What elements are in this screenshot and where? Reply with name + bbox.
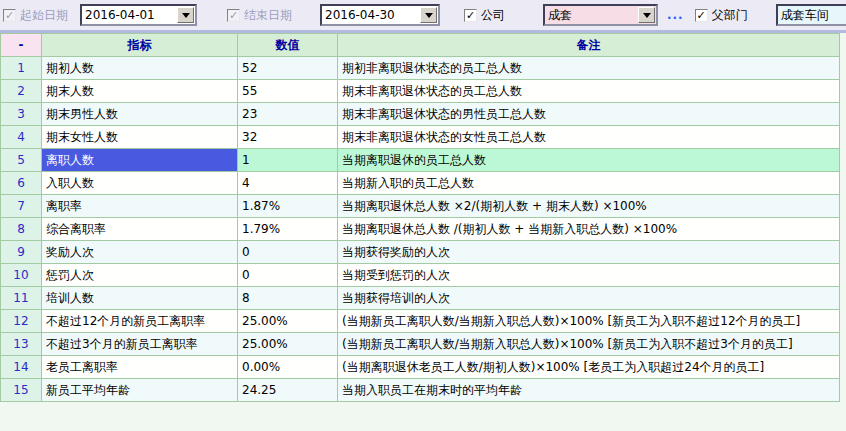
indicator-cell[interactable]: 不超过3个月的新员工离职率 (42, 333, 238, 356)
table-row: 1 期初人数 52 期初非离职退休状态的员工总人数 (1, 57, 840, 80)
value-cell[interactable]: 4 (238, 172, 338, 195)
value-cell[interactable]: 32 (238, 126, 338, 149)
start-date-label: 起始日期 (20, 7, 68, 24)
company-value: 成套 (545, 7, 638, 24)
chevron-down-icon (425, 13, 433, 18)
indicator-cell[interactable]: 期末男性人数 (42, 103, 238, 126)
end-date-checkbox[interactable]: ✓ (227, 9, 240, 22)
value-cell[interactable]: 24.25 (238, 379, 338, 402)
table-row-selected: 5 离职人数 1 当期离职退休的员工总人数 (1, 149, 840, 172)
chevron-down-icon (643, 13, 651, 18)
row-number[interactable]: 3 (1, 103, 42, 126)
table-row: 15 新员工平均年龄 24.25 当期入职员工在期末时的平均年龄 (1, 379, 840, 402)
header-remark: 备注 (338, 34, 840, 57)
start-date-dropdown-button[interactable] (177, 7, 194, 23)
row-number[interactable]: 14 (1, 356, 42, 379)
company-checkbox[interactable]: ✓ (464, 9, 477, 22)
row-number[interactable]: 7 (1, 195, 42, 218)
value-cell[interactable]: 0 (238, 264, 338, 287)
table-row: 14 老员工离职率 0.00% (当期离职退休老员工人数/期初人数)×100% … (1, 356, 840, 379)
indicator-cell[interactable]: 培训人数 (42, 287, 238, 310)
table-row: 11 培训人数 8 当期获得培训的人次 (1, 287, 840, 310)
start-date-combobox[interactable]: 2016-04-01 (80, 4, 197, 26)
remark-cell[interactable]: 当期受到惩罚的人次 (338, 264, 840, 287)
value-cell[interactable]: 25.00% (238, 333, 338, 356)
parent-dept-checkbox[interactable]: ✓ (695, 9, 708, 22)
value-cell[interactable]: 25.00% (238, 310, 338, 333)
more-button[interactable]: ... (667, 8, 684, 22)
table-row: 4 期末女性人数 32 期末非离职退休状态的女性员工总人数 (1, 126, 840, 149)
indicator-cell[interactable]: 老员工离职率 (42, 356, 238, 379)
remark-cell[interactable]: 期末非离职退休状态的员工总人数 (338, 80, 840, 103)
value-cell[interactable]: 8 (238, 287, 338, 310)
remark-cell[interactable]: 当期获得奖励的人次 (338, 241, 840, 264)
indicator-cell[interactable]: 入职人数 (42, 172, 238, 195)
remark-cell[interactable]: 当期离职退休总人数 ×2/(期初人数 + 期末人数) ×100% (338, 195, 840, 218)
filter-toolbar: ✓ 起始日期 2016-04-01 ✓ 结束日期 2016-04-30 ✓ 公司… (0, 0, 846, 33)
row-number[interactable]: 11 (1, 287, 42, 310)
chevron-down-icon (182, 13, 190, 18)
value-cell[interactable]: 0.00% (238, 356, 338, 379)
row-number[interactable]: 6 (1, 172, 42, 195)
value-cell[interactable]: 1.79% (238, 218, 338, 241)
remark-cell[interactable]: (当期新员工离职人数/当期新入职总人数)×100% [新员工为入职不超过3个月的… (338, 333, 840, 356)
remark-cell[interactable]: 期末非离职退休状态的女性员工总人数 (338, 126, 840, 149)
remark-cell[interactable]: 当期获得培训的人次 (338, 287, 840, 310)
remark-cell[interactable]: 当期离职退休的员工总人数 (338, 149, 840, 172)
row-number[interactable]: 10 (1, 264, 42, 287)
table-row: 12 不超过12个月的新员工离职率 25.00% (当期新员工离职人数/当期新入… (1, 310, 840, 333)
value-cell[interactable]: 1.87% (238, 195, 338, 218)
table-row: 3 期末男性人数 23 期末非离职退休状态的男性员工总人数 (1, 103, 840, 126)
end-date-label: 结束日期 (244, 7, 292, 24)
grid-header-row: - 指标 数值 备注 (1, 34, 840, 57)
row-number[interactable]: 8 (1, 218, 42, 241)
value-cell[interactable]: 52 (238, 57, 338, 80)
table-row: 10 惩罚人次 0 当期受到惩罚的人次 (1, 264, 840, 287)
row-number[interactable]: 15 (1, 379, 42, 402)
row-number[interactable]: 13 (1, 333, 42, 356)
remark-cell[interactable]: (当期新员工离职人数/当期新入职总人数)×100% [新员工为入职不超过12个月… (338, 310, 840, 333)
remark-cell[interactable]: 当期入职员工在期末时的平均年龄 (338, 379, 840, 402)
value-cell[interactable]: 1 (238, 149, 338, 172)
end-date-combobox[interactable]: 2016-04-30 (320, 4, 440, 26)
row-number[interactable]: 1 (1, 57, 42, 80)
start-date-value: 2016-04-01 (82, 8, 177, 22)
row-number[interactable]: 12 (1, 310, 42, 333)
indicator-cell[interactable]: 离职率 (42, 195, 238, 218)
indicator-grid: - 指标 数值 备注 1 期初人数 52 期初非离职退休状态的员工总人数 2 期… (0, 33, 846, 402)
indicator-cell[interactable]: 期初人数 (42, 57, 238, 80)
company-dropdown-button[interactable] (638, 7, 655, 23)
indicator-cell[interactable]: 新员工平均年龄 (42, 379, 238, 402)
row-number[interactable]: 2 (1, 80, 42, 103)
table-row: 13 不超过3个月的新员工离职率 25.00% (当期新员工离职人数/当期新入职… (1, 333, 840, 356)
indicator-cell[interactable]: 不超过12个月的新员工离职率 (42, 310, 238, 333)
row-number[interactable]: 9 (1, 241, 42, 264)
indicator-cell[interactable]: 奖励人次 (42, 241, 238, 264)
indicator-cell-selected[interactable]: 离职人数 (42, 149, 238, 172)
table-row: 7 离职率 1.87% 当期离职退休总人数 ×2/(期初人数 + 期末人数) ×… (1, 195, 840, 218)
header-index: - (1, 34, 42, 57)
remark-cell[interactable]: 期初非离职退休状态的员工总人数 (338, 57, 840, 80)
row-number[interactable]: 4 (1, 126, 42, 149)
remark-cell[interactable]: 当期离职退休总人数 /(期初人数 + 当期新入职总人数) ×100% (338, 218, 840, 241)
indicator-cell[interactable]: 综合离职率 (42, 218, 238, 241)
header-indicator: 指标 (42, 34, 238, 57)
parent-dept-input[interactable]: 成套车间 (776, 4, 846, 26)
value-cell[interactable]: 0 (238, 241, 338, 264)
company-label: 公司 (481, 7, 505, 24)
table-row: 2 期末人数 55 期末非离职退休状态的员工总人数 (1, 80, 840, 103)
table-row: 8 综合离职率 1.79% 当期离职退休总人数 /(期初人数 + 当期新入职总人… (1, 218, 840, 241)
remark-cell[interactable]: 期末非离职退休状态的男性员工总人数 (338, 103, 840, 126)
header-value: 数值 (238, 34, 338, 57)
value-cell[interactable]: 55 (238, 80, 338, 103)
indicator-cell[interactable]: 期末人数 (42, 80, 238, 103)
start-date-checkbox[interactable]: ✓ (3, 9, 16, 22)
company-combobox[interactable]: 成套 (543, 4, 658, 26)
indicator-cell[interactable]: 期末女性人数 (42, 126, 238, 149)
end-date-dropdown-button[interactable] (420, 7, 437, 23)
row-number[interactable]: 5 (1, 149, 42, 172)
remark-cell[interactable]: 当期新入职的员工总人数 (338, 172, 840, 195)
indicator-cell[interactable]: 惩罚人次 (42, 264, 238, 287)
value-cell[interactable]: 23 (238, 103, 338, 126)
remark-cell[interactable]: (当期离职退休老员工人数/期初人数)×100% [老员工为入职超过24个月的员工… (338, 356, 840, 379)
